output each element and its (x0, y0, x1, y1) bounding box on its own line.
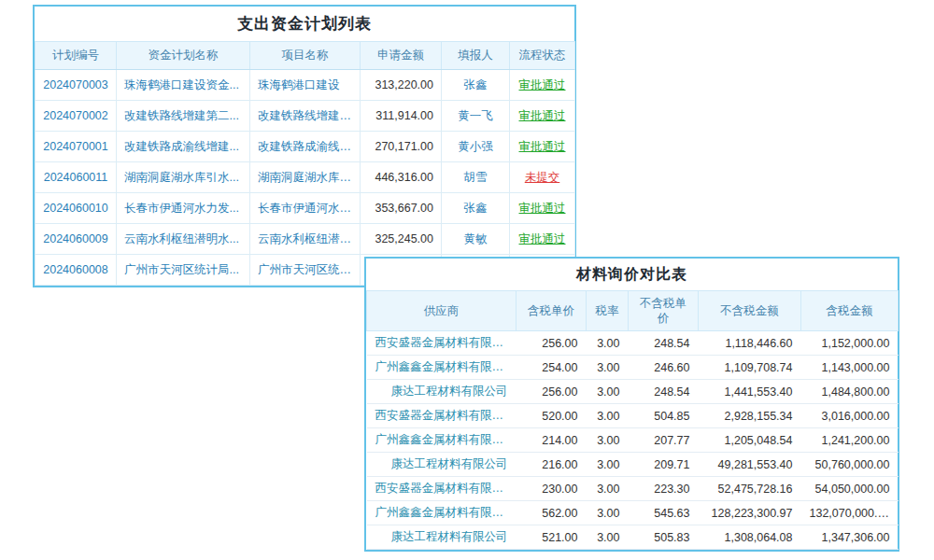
cell: 446,316.00 (361, 162, 442, 193)
expense-plan-title: 支出资金计划列表 (35, 7, 574, 41)
table-row[interactable]: 2024070002改建铁路线增建第二...改建铁路线增建第...311,914… (35, 101, 575, 132)
cell: 云南水利枢纽潜明... (250, 224, 361, 255)
cell: 52,475,728.16 (699, 477, 801, 501)
cell: 311,914.00 (361, 101, 442, 132)
cell: 珠海鹤港口建设 (250, 70, 361, 101)
cell: 1,484,800.00 (801, 380, 899, 404)
cell: 246.60 (629, 356, 699, 380)
cell: 2024070002 (35, 101, 117, 132)
status-link[interactable]: 审批通过 (510, 70, 575, 101)
material-quote-body: 西安盛器金属材料有限公司256.003.00248.541,118,446.60… (367, 331, 899, 550)
cell: 521.00 (517, 525, 587, 550)
table-row[interactable]: 广州鑫鑫金属材料有限公司562.003.00545.63128,223,300.… (367, 501, 899, 525)
material-quote-panel: 材料询价对比表 供应商 含税单价 税率 不含税单价 不含税金额 含税金额 西安盛… (364, 257, 899, 552)
cell: 545.63 (629, 501, 699, 525)
cell: 2024060008 (35, 255, 117, 286)
cell: 1,308,064.08 (699, 525, 801, 550)
cell: 223.30 (629, 477, 699, 501)
cell: 张鑫 (442, 193, 510, 224)
cell: 2,928,155.34 (699, 404, 801, 428)
cell: 康达工程材料有限公司 (367, 380, 517, 404)
status-link[interactable]: 审批通过 (510, 101, 575, 132)
cell: 325,245.00 (361, 224, 442, 255)
cell: 2024060010 (35, 193, 117, 224)
cell: 1,109,708.74 (699, 356, 801, 380)
cell: 康达工程材料有限公司 (367, 453, 517, 477)
table-row[interactable]: 广州鑫鑫金属材料有限公司214.003.00207.771,205,048.54… (367, 428, 899, 453)
col-header-supplier: 供应商 (367, 291, 517, 331)
status-link[interactable]: 审批通过 (510, 224, 575, 255)
cell: 54,050,000.00 (801, 477, 899, 501)
cell: 256.00 (517, 331, 587, 356)
table-row[interactable]: 2024060009云南水利枢纽潜明水...云南水利枢纽潜明...325,245… (35, 224, 575, 255)
cell: 广州鑫鑫金属材料有限公司 (367, 501, 517, 525)
cell: 云南水利枢纽潜明水... (117, 224, 250, 255)
col-header-untaxed-price: 不含税单价 (629, 291, 699, 331)
col-header-filler: 填报人 (442, 42, 510, 70)
cell: 黄小强 (442, 132, 510, 162)
cell: 康达工程材料有限公司 (367, 525, 517, 550)
cell: 520.00 (517, 404, 587, 428)
cell: 3.00 (587, 428, 629, 453)
cell: 西安盛器金属材料有限公司 (367, 477, 517, 501)
status-link[interactable]: 未提交 (510, 162, 575, 193)
cell: 313,220.00 (361, 70, 442, 101)
cell: 3,016,000.00 (801, 404, 899, 428)
expense-plan-header: 计划编号 资金计划名称 项目名称 申请金额 填报人 流程状态 (35, 42, 575, 70)
col-header-taxed-price: 含税单价 (517, 291, 587, 331)
status-link[interactable]: 审批通过 (510, 132, 575, 162)
table-row[interactable]: 2024070003珠海鹤港口建设资金...珠海鹤港口建设313,220.00张… (35, 70, 575, 101)
col-header-plan-no: 计划编号 (35, 42, 117, 70)
col-header-tax-rate: 税率 (587, 291, 629, 331)
cell: 353,667.00 (361, 193, 442, 224)
table-row[interactable]: 2024060011湖南洞庭湖水库引水...湖南洞庭湖水库引...446,316… (35, 162, 575, 193)
cell: 1,205,048.54 (699, 428, 801, 453)
cell: 湖南洞庭湖水库引... (250, 162, 361, 193)
table-row[interactable]: 西安盛器金属材料有限公司230.003.00223.3052,475,728.1… (367, 477, 899, 501)
cell: 广州市天河区统计... (250, 255, 361, 286)
cell: 505.83 (629, 525, 699, 550)
cell: 50,760,000.00 (801, 453, 899, 477)
col-header-amount: 申请金额 (361, 42, 442, 70)
status-link[interactable]: 审批通过 (510, 193, 575, 224)
cell: 3.00 (587, 453, 629, 477)
cell: 49,281,553.40 (699, 453, 801, 477)
cell: 504.85 (629, 404, 699, 428)
cell: 改建铁路线增建第二... (117, 101, 250, 132)
cell: 207.77 (629, 428, 699, 453)
cell: 2024060009 (35, 224, 117, 255)
cell: 2024060011 (35, 162, 117, 193)
col-header-taxed-amount: 含税金额 (801, 291, 899, 331)
cell: 230.00 (517, 477, 587, 501)
table-row[interactable]: 2024060010长春市伊通河水力发...长春市伊通河水力...353,667… (35, 193, 575, 224)
cell: 西安盛器金属材料有限公司 (367, 331, 517, 356)
cell: 2024070001 (35, 132, 117, 162)
cell: 3.00 (587, 477, 629, 501)
cell: 216.00 (517, 453, 587, 477)
cell: 3.00 (587, 356, 629, 380)
cell: 珠海鹤港口建设资金... (117, 70, 250, 101)
cell: 3.00 (587, 501, 629, 525)
col-header-project: 项目名称 (250, 42, 361, 70)
material-quote-header: 供应商 含税单价 税率 不含税单价 不含税金额 含税金额 (367, 291, 899, 331)
cell: 209.71 (629, 453, 699, 477)
table-row[interactable]: 2024070001改建铁路成渝线增建...改建铁路成渝线增...270,171… (35, 132, 575, 162)
col-header-fund-name: 资金计划名称 (117, 42, 250, 70)
table-row[interactable]: 广州鑫鑫金属材料有限公司254.003.00246.601,109,708.74… (367, 356, 899, 380)
cell: 3.00 (587, 331, 629, 356)
cell: 改建铁路线增建第... (250, 101, 361, 132)
cell: 256.00 (517, 380, 587, 404)
cell: 1,441,553.40 (699, 380, 801, 404)
cell: 254.00 (517, 356, 587, 380)
table-row[interactable]: 西安盛器金属材料有限公司256.003.00248.541,118,446.60… (367, 331, 899, 356)
cell: 3.00 (587, 525, 629, 550)
table-row[interactable]: 康达工程材料有限公司216.003.00209.7149,281,553.405… (367, 453, 899, 477)
col-header-status: 流程状态 (510, 42, 575, 70)
cell: 胡雪 (442, 162, 510, 193)
table-row[interactable]: 康达工程材料有限公司256.003.00248.541,441,553.401,… (367, 380, 899, 404)
table-row[interactable]: 西安盛器金属材料有限公司520.003.00504.852,928,155.34… (367, 404, 899, 428)
cell: 长春市伊通河水力发... (117, 193, 250, 224)
cell: 广州鑫鑫金属材料有限公司 (367, 428, 517, 453)
table-row[interactable]: 康达工程材料有限公司521.003.00505.831,308,064.081,… (367, 525, 899, 550)
cell: 黄一飞 (442, 101, 510, 132)
